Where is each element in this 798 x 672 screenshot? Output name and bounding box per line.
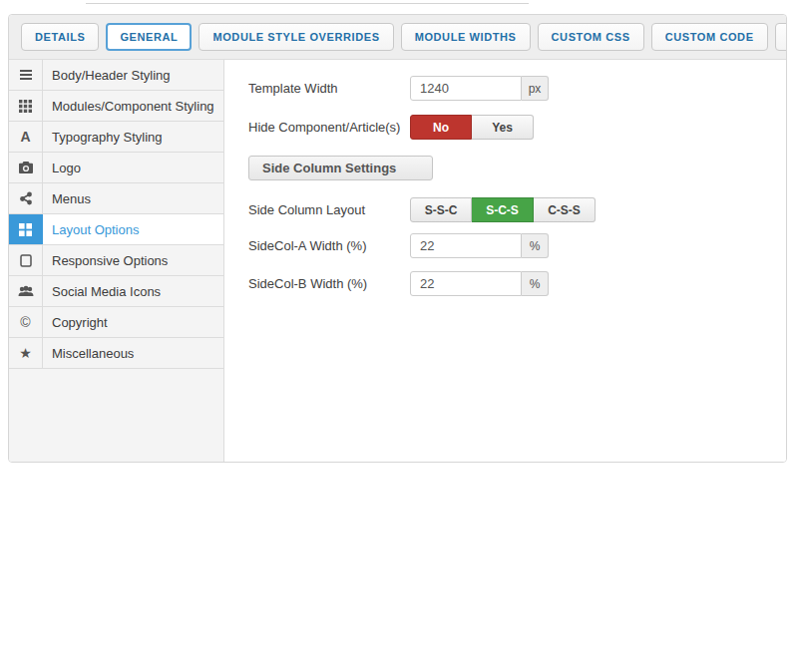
tab-module-widths[interactable]: MODULE WIDTHS [401,23,531,51]
layout-css-button[interactable]: C-S-S [534,197,596,222]
sidebar-item-label: Typography Styling [43,122,223,152]
sidecol-b-input[interactable] [410,271,522,296]
template-width-label: Template Width [248,81,410,96]
sidebar-item-menus[interactable]: Menus [9,183,223,214]
side-column-layout-label: Side Column Layout [248,202,410,217]
sidebar-item-layout-options[interactable]: Layout Options [9,214,223,245]
sidecol-b-input-group: % [410,271,549,296]
template-settings-panel: DETAILS GENERAL MODULE STYLE OVERRIDES M… [8,14,787,463]
unit-addon-percent: % [522,271,549,296]
tab-module-style-overrides[interactable]: MODULE STYLE OVERRIDES [199,23,393,51]
side-column-settings-row: Side Column Settings [248,156,786,180]
tab-custom-code[interactable]: CUSTOM CODE [651,23,768,51]
sidebar-item-label: Copyright [43,307,223,337]
hide-component-yes-button[interactable]: Yes [472,115,534,140]
layout-scs-button[interactable]: S-C-S [472,197,534,222]
sidecol-a-label: SideCol-A Width (%) [248,238,410,253]
sidebar-item-typography-styling[interactable]: A Typography Styling [9,122,223,153]
sidebar-item-label: Social Media Icons [43,276,223,306]
panel-content: Body/Header Styling Modules/Component St… [9,60,786,463]
sidecol-a-row: SideCol-A Width (%) % [248,233,786,258]
side-column-layout-row: Side Column Layout S-S-C S-C-S C-S-S [248,197,786,222]
template-width-row: Template Width px [248,76,786,101]
sidebar-item-miscellaneous[interactable]: ★ Miscellaneous [9,338,223,369]
sidecol-a-input[interactable] [410,233,522,258]
sidebar-item-label: Layout Options [43,214,223,244]
sidebar-item-label: Responsive Options [43,245,223,275]
side-column-settings-button[interactable]: Side Column Settings [248,156,433,180]
sidebar-item-modules-component-styling[interactable]: Modules/Component Styling [9,91,223,122]
sidebar-item-label: Modules/Component Styling [43,91,223,121]
tab-general[interactable]: GENERAL [106,23,192,51]
copyright-icon: © [9,307,43,337]
sidecol-b-label: SideCol-B Width (%) [248,276,410,291]
users-icon [9,276,43,306]
unit-addon-percent: % [522,233,549,258]
tab-bar: DETAILS GENERAL MODULE STYLE OVERRIDES M… [9,15,786,60]
hide-component-no-button[interactable]: No [410,115,472,140]
hide-component-row: Hide Component/Article(s) No Yes [248,115,786,140]
sidebar-item-label: Miscellaneous [43,338,223,368]
sidebar-item-label: Menus [43,183,223,213]
sidebar-item-label: Body/Header Styling [43,60,223,90]
share-nodes-icon [9,183,43,213]
general-settings-form: Template Width px Hide Component/Article… [224,60,786,463]
layout-grid-icon [9,214,43,244]
sidebar-item-copyright[interactable]: © Copyright [9,307,223,338]
sidebar-item-logo[interactable]: Logo [9,153,223,183]
layout-ssc-button[interactable]: S-S-C [410,197,472,222]
sidebar-item-body-header-styling[interactable]: Body/Header Styling [9,60,223,91]
top-edge-artifact [86,3,529,4]
list-icon [9,60,43,90]
tab-details[interactable]: DETAILS [21,23,99,51]
sidebar-filler [9,369,223,463]
sidebar: Body/Header Styling Modules/Component St… [9,60,224,463]
template-width-input-group: px [410,76,549,101]
unit-addon-px: px [522,76,549,101]
sidebar-item-social-media-icons[interactable]: Social Media Icons [9,276,223,307]
sidebar-item-responsive-options[interactable]: Responsive Options [9,245,223,276]
square-outline-icon [9,245,43,275]
sidebar-item-label: Logo [43,153,223,182]
hide-component-label: Hide Component/Article(s) [248,120,410,135]
sidecol-a-input-group: % [410,233,549,258]
star-icon: ★ [9,338,43,368]
font-icon: A [9,122,43,152]
grid-icon [9,91,43,121]
hide-component-toggle: No Yes [410,115,534,140]
tab-custom-css[interactable]: CUSTOM CSS [538,23,644,51]
side-column-layout-group: S-S-C S-C-S C-S-S [410,197,596,222]
template-width-input[interactable] [410,76,522,101]
camera-icon [9,153,43,182]
tab-menu-assignment[interactable]: MENU ASSIGNMENT [775,23,787,51]
sidecol-b-row: SideCol-B Width (%) % [248,271,786,296]
